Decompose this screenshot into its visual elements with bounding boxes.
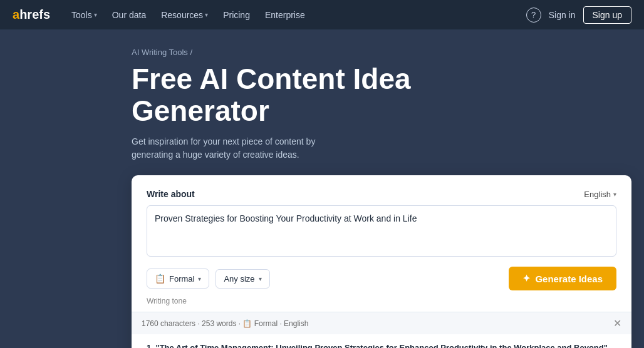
language-select[interactable]: English ▾ <box>584 190 616 199</box>
nav-right: ? Sign in Sign up <box>526 6 631 24</box>
chevron-down-icon: ▾ <box>198 275 201 282</box>
card-header: Write about English ▾ <box>147 189 616 199</box>
write-about-label: Write about <box>147 189 195 199</box>
size-dropdown[interactable]: Any size ▾ <box>216 269 269 289</box>
breadcrumb: AI Writing Tools / <box>132 48 644 57</box>
chevron-down-icon: ▾ <box>205 11 208 18</box>
hero-section: AI Writing Tools / Free AI Content Idea … <box>0 30 644 161</box>
generate-icon: ✦ <box>522 273 531 284</box>
logo-a: a <box>13 8 19 21</box>
format-dropdown[interactable]: 📋 Formal ▾ <box>147 269 209 289</box>
breadcrumb-link[interactable]: AI Writing Tools <box>132 48 188 57</box>
nav-links: Tools ▾ Our data Resources ▾ Pricing Ent… <box>65 6 526 24</box>
results-bar: 1760 characters · 253 words · 📋 Formal ·… <box>132 312 631 334</box>
write-about-input[interactable]: Proven Strategies for Boosting Your Prod… <box>147 205 616 257</box>
help-icon[interactable]: ? <box>526 8 541 23</box>
results-stats: 1760 characters · 253 words · 📋 Formal ·… <box>142 319 308 328</box>
chevron-down-icon: ▾ <box>259 275 262 282</box>
writing-tone-label: Writing tone <box>147 297 616 305</box>
nav-item-resources[interactable]: Resources ▾ <box>155 6 214 24</box>
chevron-down-icon: ▾ <box>94 11 97 18</box>
signin-link[interactable]: Sign in <box>549 10 576 20</box>
card-controls: 📋 Formal ▾ Any size ▾ ✦ Generate Ideas <box>147 267 616 290</box>
formal-icon: 📋 <box>155 274 165 284</box>
logo[interactable]: ahrefs <box>13 8 50 22</box>
nav-item-enterprise[interactable]: Enterprise <box>259 6 311 24</box>
nav-item-pricing[interactable]: Pricing <box>217 6 256 24</box>
page-title: Free AI Content Idea Generator <box>132 63 457 126</box>
close-icon[interactable]: ✕ <box>613 317 621 329</box>
nav-item-our-data[interactable]: Our data <box>106 6 152 24</box>
generator-card: Write about English ▾ Proven Strategies … <box>132 175 631 348</box>
navbar: ahrefs Tools ▾ Our data Resources ▾ Pric… <box>0 0 644 30</box>
signup-button[interactable]: Sign up <box>583 6 631 24</box>
generate-ideas-button[interactable]: ✦ Generate Ideas <box>509 267 616 290</box>
logo-text: ahrefs <box>13 8 50 22</box>
hero-subtitle: Get inspiration for your next piece of c… <box>132 135 345 161</box>
nav-item-tools[interactable]: Tools ▾ <box>65 6 103 24</box>
chevron-down-icon: ▾ <box>613 191 616 198</box>
results-content: 1. "The Art of Time Management: Unveilin… <box>147 334 616 348</box>
result-item-title: 1. "The Art of Time Management: Unveilin… <box>147 342 616 348</box>
